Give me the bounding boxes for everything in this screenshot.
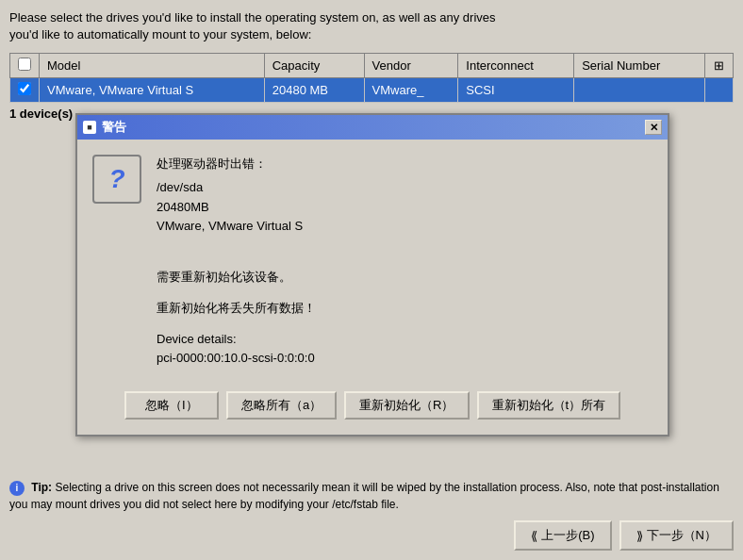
warning-dialog: ■ 警告 ✕ ? 处理驱动器时出错： /dev/sda 20480MB VMwa… [75,113,669,436]
dialog-warning2: 重新初始化将丢失所有数据！ [157,299,652,319]
main-container: Please select the drives you'd like to i… [0,0,743,560]
dialog-body: ? 处理驱动器时出错： /dev/sda 20480MB VMware, VMw… [77,140,668,384]
dialog-device-details-label: Device details: [157,330,652,350]
dialog-content: 处理驱动器时出错： /dev/sda 20480MB VMware, VMwar… [157,155,652,369]
titlebar-left: ■ 警告 [83,119,126,136]
dialog-overlay: ■ 警告 ✕ ? 处理驱动器时出错： /dev/sda 20480MB VMwa… [0,0,743,560]
dialog-question-icon: ? [92,155,141,204]
dialog-title: 警告 [102,119,126,136]
ignore-all-button[interactable]: 忽略所有（a） [226,391,337,420]
dialog-titlebar: ■ 警告 ✕ [77,115,668,140]
dialog-device-details-value: pci-0000:00:10.0-scsi-0:0:0:0 [157,349,652,369]
dialog-warning1: 需要重新初始化该设备。 [157,248,652,288]
reinit-all-button[interactable]: 重新初始化（t）所有 [477,391,621,420]
ignore-button[interactable]: 忽略（I） [124,391,219,420]
dialog-buttons: 忽略（I） 忽略所有（a） 重新初始化（R） 重新初始化（t）所有 [77,384,668,435]
dialog-capacity: 20480MB [157,198,652,218]
dialog-device-model: VMware, VMware Virtual S [157,217,652,237]
dialog-close-button[interactable]: ✕ [645,120,662,135]
dialog-error-label: 处理驱动器时出错： [157,155,652,174]
titlebar-icon: ■ [83,121,96,134]
dialog-dev-path: /dev/sda [157,178,652,198]
reinit-button[interactable]: 重新初始化（R） [344,391,469,420]
